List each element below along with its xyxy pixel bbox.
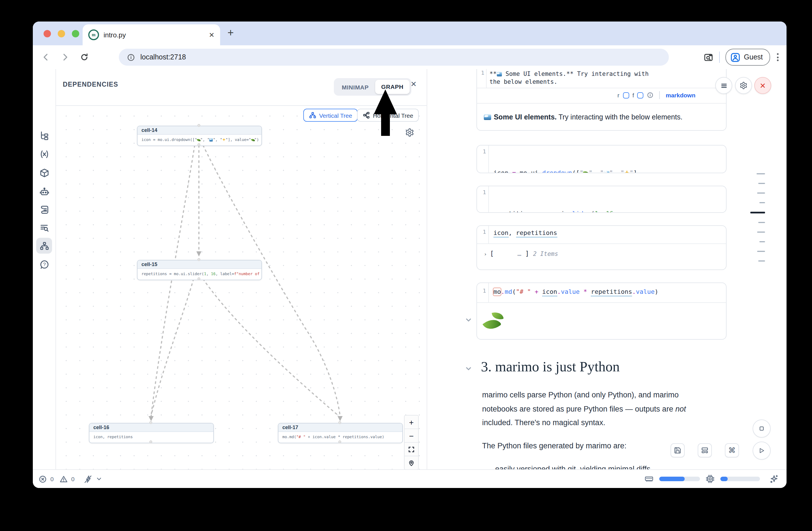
save-button[interactable] (670, 443, 685, 457)
graph-settings-icon[interactable] (405, 128, 414, 137)
fit-view-icon[interactable] (405, 443, 418, 456)
forward-icon[interactable] (56, 53, 75, 62)
vertical-tree-button[interactable]: Vertical Tree (303, 109, 358, 122)
dependency-graph-canvas[interactable]: cell-14 icon = mo.ui.dropdown(["", "", "… (56, 105, 427, 470)
code-line[interactable]: repetitions = mo.ui.slider(1, 16, (493, 209, 621, 213)
traffic-light-minimize[interactable] (58, 30, 65, 37)
markdown-source-line[interactable]: the below elements. (490, 77, 557, 85)
run-toggle-checkbox[interactable] (623, 92, 629, 98)
node-title: cell-15 (137, 260, 261, 269)
paragraph-line: notebooks are stored as pure Python file… (482, 405, 686, 413)
info-icon[interactable] (647, 92, 654, 99)
tuple-output[interactable]: › [ … ] 2 Items (477, 244, 726, 263)
outline-scrollbar[interactable] (742, 173, 765, 270)
format-toggle-checkbox[interactable] (637, 92, 644, 98)
sidebar-item-ai-assistant[interactable] (36, 183, 52, 199)
guest-label: Guest (744, 53, 763, 61)
file-tree-icon (39, 130, 49, 140)
paragraph-line: included. There's no magical syntax. (482, 418, 605, 427)
language-badge[interactable]: markdown (666, 92, 695, 99)
node-title: cell-16 (89, 424, 213, 432)
code-line[interactable]: icon, repetitions (489, 226, 557, 243)
layout-icon (701, 447, 708, 454)
wave-emoji-icon (484, 114, 491, 120)
cpu-progress-fill (720, 477, 728, 481)
play-icon (758, 447, 765, 454)
sidebar-item-dependency-graph[interactable] (36, 238, 52, 254)
notebook-menu-button[interactable] (715, 77, 732, 94)
zoom-in-button[interactable]: + (405, 416, 418, 429)
autoformat-off-icon[interactable] (84, 475, 92, 483)
code-cell-dropdown[interactable]: 1 icon = mo.ui.dropdown(["", "", ""], va… (476, 145, 727, 173)
sidebar-item-logs[interactable] (36, 220, 52, 235)
tab-search-icon[interactable] (703, 52, 713, 62)
code-line[interactable]: icon = mo.ui.dropdown(["", "", ""], (493, 168, 641, 173)
cpu-icon (706, 474, 715, 484)
markdown-source-line[interactable]: ** Some UI elements.** Try interacting w… (490, 70, 649, 77)
traffic-light-zoom[interactable] (72, 30, 79, 37)
hamburger-icon (720, 82, 727, 89)
url-text: localhost:2718 (140, 53, 186, 61)
line-number: 1 (477, 145, 489, 173)
line-number: 1 (477, 283, 489, 302)
profile-button[interactable]: Guest (725, 49, 770, 66)
paragraph-line: The Python files generated by marimo are… (482, 442, 626, 450)
graph-zoom-controls: + − (404, 415, 419, 470)
layout-toggle-button[interactable] (698, 443, 712, 457)
back-icon[interactable] (36, 53, 56, 62)
run-all-button[interactable] (753, 442, 771, 460)
keyboard-shortcuts-button[interactable]: ⌘ (725, 443, 739, 457)
code-cell-slider[interactable]: 1 repetitions = mo.ui.slider(1, 16, labe… (476, 186, 727, 213)
collapse-chevron-icon[interactable] (465, 316, 472, 323)
section-chevron-icon[interactable] (465, 365, 472, 372)
traffic-light-close[interactable] (44, 30, 51, 37)
view-mode-tabs: MINIMAP GRAPH (334, 78, 411, 96)
code-line[interactable]: mo.md("# " + icon.value * repetitions.va… (489, 283, 658, 302)
markdown-cell[interactable]: 1 ** Some UI elements.** Try interacting… (476, 69, 727, 131)
shutdown-button[interactable]: ✕ (754, 77, 771, 94)
horizontal-tree-icon (363, 112, 370, 119)
graph-node-cell-16[interactable]: cell-16 icon, repetitions (89, 423, 214, 443)
zoom-out-button[interactable]: − (405, 429, 418, 443)
panel-title: DEPENDENCIES (63, 81, 118, 88)
horizontal-tree-button[interactable]: Horizontal Tree (357, 109, 419, 122)
sidebar-item-help[interactable]: ? (36, 256, 52, 272)
warnings-icon[interactable] (59, 475, 68, 483)
site-info-icon[interactable] (127, 53, 135, 61)
new-tab-button[interactable]: + (228, 27, 234, 39)
code-cell-md[interactable]: 1 mo.md("# " + icon.value * repetitions.… (476, 283, 727, 340)
leaf-emoji-icon (484, 312, 505, 332)
line-number: 1 (477, 186, 489, 213)
save-icon (674, 447, 681, 454)
url-bar[interactable]: localhost:2718 (119, 49, 669, 66)
locate-node-icon[interactable] (405, 456, 418, 469)
line-number: 1 (477, 226, 489, 243)
graph-node-cell-17[interactable]: cell-17 mo.md("# " + icon.value * repeti… (278, 423, 403, 443)
screenshot-stage: m intro.py ✕ + localhost:2718 Guest (0, 0, 812, 531)
reload-icon[interactable] (75, 53, 94, 62)
sidebar-item-file-explorer[interactable] (36, 127, 52, 143)
sidebar-item-variables[interactable] (36, 146, 52, 162)
tab-graph[interactable]: GRAPH (375, 80, 410, 94)
browser-menu-icon[interactable] (777, 53, 779, 61)
browser-window: m intro.py ✕ + localhost:2718 Guest (33, 21, 786, 488)
ai-sparkle-icon[interactable] (769, 474, 779, 484)
browser-tab[interactable]: m intro.py ✕ (83, 24, 220, 45)
graph-node-cell-14[interactable]: cell-14 icon = mo.ui.dropdown(["", "", "… (137, 126, 262, 146)
output-rest-text: Try interacting with the below elements. (557, 113, 683, 121)
tab-minimap[interactable]: MINIMAP (336, 84, 375, 90)
graph-node-cell-15[interactable]: cell-15 repetitions = mo.ui.slider(1, 16… (137, 260, 262, 280)
ram-icon (644, 474, 654, 484)
code-cell-tuple[interactable]: 1 icon, repetitions › [ … ] 2 Items (476, 225, 727, 270)
sidebar-item-packages[interactable] (36, 165, 52, 181)
chevron-down-icon[interactable] (95, 475, 102, 482)
stop-button[interactable] (753, 419, 771, 437)
sidebar-item-snippets[interactable] (36, 202, 52, 217)
section-heading: 3. marimo is just Python (481, 359, 620, 375)
italic-not: not (675, 405, 686, 413)
vertical-tree-label: Vertical Tree (319, 112, 352, 119)
errors-icon[interactable] (39, 475, 47, 483)
notebook-settings-button[interactable] (735, 77, 752, 94)
panel-close-icon[interactable]: ✕ (407, 77, 420, 91)
tab-close-icon[interactable]: ✕ (209, 31, 215, 39)
